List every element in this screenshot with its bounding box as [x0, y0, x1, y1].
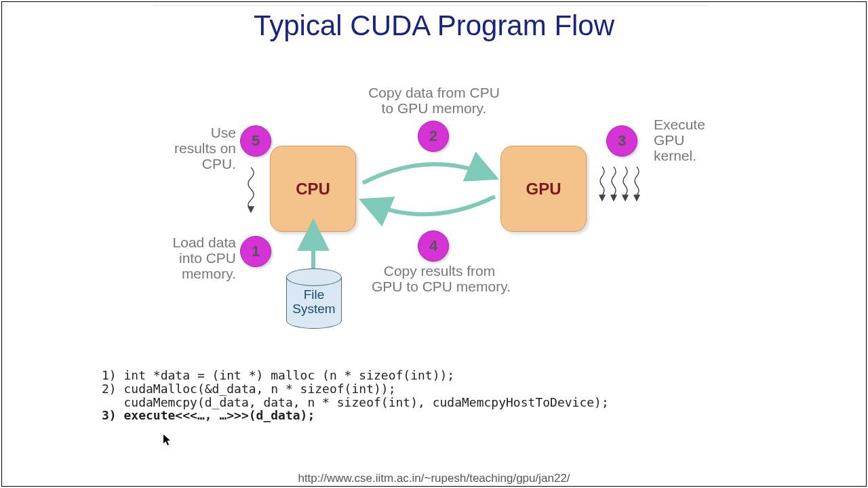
- squiggle-cpu-result: [243, 166, 263, 214]
- step-label-2: Copy data from CPU to GPU memory.: [366, 85, 502, 116]
- gpu-block: GPU: [500, 146, 587, 232]
- arrow-fs-to-cpu: [307, 230, 320, 271]
- step-badge-3: 3: [606, 125, 637, 157]
- step-label-1: Load data into CPU memory.: [136, 235, 236, 281]
- step-label-3: Execute GPU kernel.: [654, 117, 735, 163]
- file-system-cylinder: File System: [286, 268, 340, 335]
- mouse-cursor-icon: [163, 434, 172, 446]
- step-label-5: Use results on CPU.: [156, 125, 236, 171]
- slide-title: Typical CUDA Program Flow: [0, 9, 868, 42]
- arrows-cpu-gpu: [356, 149, 502, 230]
- footer-url: http://www.cse.iitm.ac.in/~rupesh/teachi…: [0, 472, 868, 485]
- code-line-2: 2) cudaMalloc(&d_data, n * sizeof(int));: [102, 382, 395, 396]
- code-line-3: cudaMemcpy(d_data, data, n * sizeof(int)…: [102, 395, 609, 409]
- code-line-1: 1) int *data = (int *) malloc (n * sizeo…: [102, 368, 454, 382]
- code-line-4: 3) execute<<<…, …>>>(d_data);: [102, 408, 315, 422]
- step-badge-2: 2: [418, 121, 449, 152]
- step-label-4: Copy results from GPU to CPU memory.: [372, 263, 507, 294]
- cpu-block: CPU: [270, 146, 356, 232]
- squiggles-gpu-kernel: [597, 165, 644, 209]
- step-badge-5: 5: [240, 125, 271, 157]
- code-listing: 1) int *data = (int *) malloc (n * sizeo…: [102, 369, 609, 422]
- step-badge-1: 1: [240, 236, 271, 267]
- step-badge-4: 4: [418, 230, 449, 262]
